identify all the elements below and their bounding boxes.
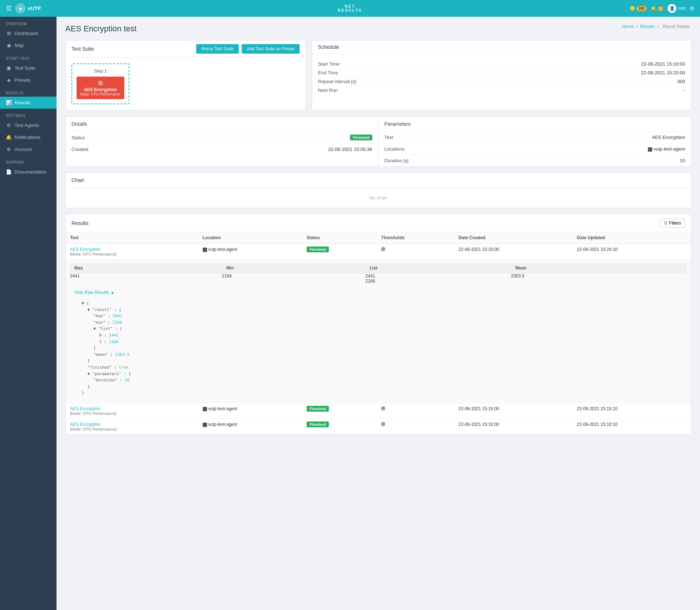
cell-location: vutp-test-agent [198, 419, 302, 434]
location-icon [203, 423, 207, 427]
sidebar-item-results[interactable]: 📊 Results [0, 97, 57, 109]
threshold-dot [381, 247, 385, 251]
table-row: AES Encryption [Node: CPU Performance] v… [66, 403, 691, 419]
results-table-head: Test Location Status Thresholds Date Cre… [66, 232, 691, 244]
rerun-test-suite-button[interactable]: Rerun Test Suite [196, 44, 239, 54]
schedule-end-label: End Time [318, 70, 338, 75]
top-row: Test Suite Rerun Test Suite Add Test Sui… [65, 40, 691, 110]
test-card-name: AES Encryption [80, 87, 121, 92]
coins-button[interactable]: 🪙 100 [630, 6, 646, 11]
schedule-row-start: Start Time 22-06-2021 15:10:00 [318, 60, 685, 69]
sub-table-head: Max Min List Mean [70, 263, 687, 273]
power-button[interactable]: ⏻ [690, 6, 694, 11]
presets-icon: ◈ [6, 77, 12, 83]
sidebar-item-account[interactable]: ⚙ Account [0, 143, 57, 155]
sidebar-item-dashboard[interactable]: ⊞ Dashboard [0, 27, 57, 39]
cell-thresholds [377, 419, 454, 434]
sidebar-item-notifications[interactable]: 🔔 Notifications [0, 131, 57, 143]
table-row: AES Encryption [Node: CPU Performance] v… [66, 244, 691, 260]
status-row: Status Finished [66, 132, 378, 144]
sidebar-item-label: Test Suite [15, 65, 35, 71]
breadcrumb-results[interactable]: Results [640, 24, 655, 29]
schedule-next-value: - [684, 88, 685, 93]
status-badge: Finished [307, 406, 329, 412]
col-status: Status [302, 232, 377, 244]
logo-text: vUTP [28, 5, 41, 11]
param-test-value: AES Encryption [652, 135, 685, 140]
cell-location: vutp-test-agent [198, 403, 302, 419]
sidebar-section-overview: OVERVIEW [0, 17, 57, 27]
table-expanded-row: Max Min List Mean 2441 [66, 260, 691, 403]
cell-date-updated: 22-06-2021 15:10:10 [572, 419, 691, 434]
topnav-right: 🪙 100 🔔 1 👤 root ⏻ [630, 4, 694, 13]
test-suite-icon: ▣ [6, 65, 12, 71]
sub-col-min: Min [222, 263, 365, 273]
schedule-row-end: End Time 22-06-2021 15:20:00 [318, 69, 685, 77]
notifications-button[interactable]: 🔔 1 [651, 6, 664, 11]
chart-body: No chart [66, 188, 691, 208]
sidebar-section-start-test: START TEST [0, 51, 57, 62]
param-locations-row: Locations vutp-test-agent [378, 143, 691, 155]
sub-table-body: 2441 2166 24412166 2303.5 [70, 273, 687, 284]
dashboard-icon: ⊞ [6, 31, 12, 36]
sidebar-item-label: Map [15, 43, 24, 48]
schedule-start-label: Start Time [318, 61, 339, 67]
results-icon: 📊 [6, 100, 12, 105]
cell-test: AES Encryption [Node: CPU Performance] [66, 419, 198, 434]
param-duration-label: Duration [s] [384, 158, 408, 163]
sidebar-item-label: Presets [15, 77, 31, 83]
expanded-content: Max Min List Mean 2441 [66, 260, 691, 403]
created-value: 22-06-2021 15:05:36 [328, 147, 372, 152]
breadcrumb-home[interactable]: Home [622, 24, 634, 29]
user-menu[interactable]: 👤 root [668, 4, 685, 13]
agents-icon: ⚙ [6, 123, 12, 128]
test-card-icon: ⊞ [80, 79, 121, 86]
params-title: Parameters [384, 121, 411, 127]
test-name-link[interactable]: AES Encryption [70, 406, 101, 411]
sub-col-max: Max [70, 263, 222, 273]
test-name-link[interactable]: AES Encryption [70, 247, 101, 252]
params-header: Parameters [378, 117, 691, 132]
filters-button[interactable]: ▽ Filters [660, 219, 685, 228]
sidebar-item-test-suite[interactable]: ▣ Test Suite [0, 62, 57, 74]
coin-icon: 🪙 [630, 6, 635, 11]
notif-count: 1 [658, 6, 664, 11]
cell-status: Finished [302, 403, 377, 419]
schedule-end-value: 22-06-2021 15:20:00 [641, 70, 685, 75]
add-preset-button[interactable]: Add Test Suite as Preset [242, 44, 300, 54]
account-icon: ⚙ [6, 147, 12, 152]
cell-date-created: 22-06-2021 15:10:00 [454, 419, 573, 434]
sidebar-item-test-agents[interactable]: ⚙ Test Agents [0, 119, 57, 131]
threshold-dot [381, 406, 385, 411]
schedule-body: Start Time 22-06-2021 15:10:00 End Time … [312, 54, 691, 100]
created-row: Created 22-06-2021 15:05:36 [66, 144, 378, 155]
col-location: Location [198, 232, 302, 244]
hamburger-menu[interactable]: ☰ [6, 4, 12, 12]
expanded-cell: Max Min List Mean 2441 [66, 260, 691, 403]
cell-test: AES Encryption [Node: CPU Performance] [66, 403, 198, 419]
col-date-updated: Date Updated [572, 232, 691, 244]
sidebar-section-support: SUPPORT [0, 155, 57, 166]
breadcrumb: Home / Results / Result Details [622, 24, 691, 29]
details-title: Details [71, 121, 87, 127]
status-label: Status [71, 135, 85, 140]
status-badge: Finished [307, 246, 329, 252]
test-card[interactable]: ⊞ AES Encryption Node: CPU Performance [77, 77, 124, 99]
cell-location: vutp-test-agent [198, 244, 302, 260]
cell-date-created: 22-06-2021 15:15:00 [454, 403, 573, 419]
hide-raw-toggle[interactable]: Hide Raw Results ▲ [70, 288, 687, 297]
sidebar-section-results: RESULTS [0, 86, 57, 97]
filter-icon: ▽ [664, 221, 667, 226]
sidebar-item-documentation[interactable]: 📄 Documentation [0, 166, 57, 178]
details-header: Details [66, 117, 378, 132]
filters-label: Filters [669, 221, 681, 226]
sub-table: Max Min List Mean 2441 [70, 263, 687, 284]
node-label: [Node: CPU Performance] [70, 411, 194, 416]
col-thresholds: Thresholds [377, 232, 454, 244]
sidebar-item-map[interactable]: ◉ Map [0, 39, 57, 51]
param-duration-row: Duration [s] 10 [378, 155, 691, 166]
test-name-link[interactable]: AES Encryption [70, 422, 101, 427]
sidebar-item-presets[interactable]: ◈ Presets [0, 74, 57, 86]
cell-date-updated: 22-06-2021 15:15:10 [572, 403, 691, 419]
app-body: OVERVIEW ⊞ Dashboard ◉ Map START TEST ▣ … [0, 17, 700, 610]
